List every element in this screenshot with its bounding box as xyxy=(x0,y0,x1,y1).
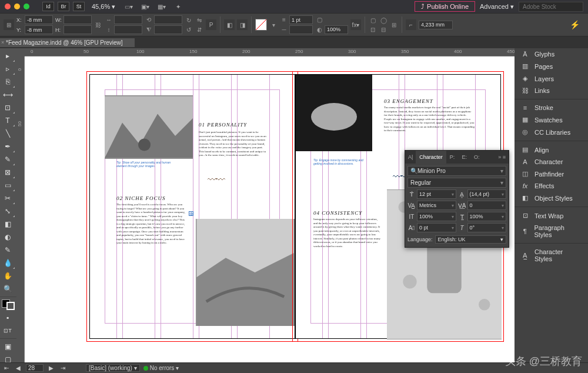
text-personality[interactable]: Don't just post beautiful pictures. If y… xyxy=(199,131,268,158)
pencil-tool[interactable]: ✎ xyxy=(0,153,15,166)
text-wrap-bounding-icon[interactable]: ⊡ xyxy=(369,25,377,34)
heading-consistency[interactable]: 04 CONSISTENCY xyxy=(313,210,362,216)
flip-h-icon[interactable]: ⇋ xyxy=(195,16,203,24)
text-wrap-column-icon[interactable]: ⊞ xyxy=(390,21,398,29)
panel-align[interactable]: ▤Align xyxy=(514,144,588,156)
panel-glyphs[interactable]: ÄGlyphs xyxy=(514,48,588,60)
close-window-button[interactable] xyxy=(5,4,11,9)
opacity-input[interactable] xyxy=(325,25,348,34)
x-input[interactable] xyxy=(25,15,53,24)
formatting-container-icon[interactable]: ⊡T xyxy=(0,324,15,337)
font-style-dropdown[interactable]: Regular▾ xyxy=(407,178,506,188)
close-tab-icon[interactable]: × xyxy=(1,39,4,45)
type-tool[interactable]: T xyxy=(0,114,15,127)
panel-character-styles[interactable]: A̲Character Styles xyxy=(514,246,588,265)
corner-radius-input[interactable] xyxy=(419,21,453,29)
page-left[interactable]: 01 PERSONALITY Don't just post beautiful… xyxy=(89,74,295,339)
tab-paragraph[interactable]: P: xyxy=(446,151,459,164)
fill-swatch[interactable] xyxy=(255,19,267,31)
prev-page-button[interactable]: ◀ xyxy=(14,365,22,371)
panel-links[interactable]: ⛓Links xyxy=(514,85,588,96)
drop-shadow-icon[interactable]: ▢ xyxy=(315,16,323,24)
tracking-input[interactable]: 0▾ xyxy=(467,201,507,210)
panel-pathfinder[interactable]: ◫Pathfinder xyxy=(514,168,588,180)
leading-input[interactable]: (14,4 pt)▾ xyxy=(467,189,507,199)
eyedropper-tool[interactable]: 💧 xyxy=(0,257,15,269)
line-tool[interactable]: ╲ xyxy=(0,127,15,140)
fill-dropdown-icon[interactable]: ▾ xyxy=(269,21,278,29)
skew-input[interactable]: 0°▾ xyxy=(467,223,507,232)
scissors-tool[interactable]: ✂ xyxy=(0,192,15,205)
flip-indicator-icon[interactable]: P xyxy=(206,19,216,30)
fill-stroke-swatch[interactable] xyxy=(2,299,15,310)
next-page-button[interactable]: ▶ xyxy=(47,365,55,371)
workspace-switcher[interactable]: Advanced ▾ xyxy=(480,3,514,11)
free-transform-tool[interactable]: ⤡ xyxy=(0,205,15,218)
selection-tool[interactable]: ▸ xyxy=(0,49,15,62)
page-tool[interactable]: ⎘ xyxy=(0,75,15,88)
text-wrap-shape-icon[interactable]: ◯ xyxy=(379,16,387,24)
text-engagement[interactable]: Too many social media marketers forget t… xyxy=(384,106,475,133)
panel-pages[interactable]: ▥Pages xyxy=(514,60,588,72)
screen-mode-icon[interactable]: ▣▾ xyxy=(139,1,152,12)
panel-cc-libraries[interactable]: ◎CC Libraries xyxy=(514,126,588,138)
heading-personality[interactable]: 01 PERSONALITY xyxy=(199,122,247,128)
panel-layers[interactable]: ◈Layers xyxy=(514,72,588,85)
tab-e[interactable]: E: xyxy=(458,151,470,164)
text-wrap-jump-icon[interactable]: ⊟ xyxy=(379,25,387,34)
select-container-icon[interactable]: ◧ xyxy=(224,19,235,30)
image-mountains[interactable] xyxy=(105,95,193,159)
object-style-dropdown[interactable]: [Basic] (working) ▾ xyxy=(86,364,140,372)
kerning-input[interactable]: Metrics▾ xyxy=(417,201,456,210)
scale-y-input[interactable] xyxy=(114,25,142,34)
maximize-window-button[interactable] xyxy=(24,4,29,9)
publish-online-button[interactable]: ⤴ Publish Online xyxy=(415,1,475,12)
text-consistency[interactable]: Instagram success depends on your follow… xyxy=(313,218,381,248)
arrange-icon[interactable]: ▦▾ xyxy=(155,1,168,12)
bridge-button[interactable]: Br xyxy=(58,2,69,11)
panel-swatches[interactable]: ▦Swatches xyxy=(514,114,588,126)
page-number-input[interactable] xyxy=(26,364,44,372)
rotate-cw-icon[interactable]: ↻ xyxy=(185,16,193,24)
reference-point-icon[interactable]: ⊞ xyxy=(4,19,14,30)
view-options-icon[interactable]: ▭▾ xyxy=(122,1,135,12)
baseline-input[interactable]: 0 pt▾ xyxy=(417,223,456,232)
corner-options-icon[interactable]: ⌐ xyxy=(406,19,416,30)
note-tool[interactable]: ✎ xyxy=(0,244,15,257)
minimize-window-button[interactable] xyxy=(14,4,20,9)
zoom-tool[interactable]: 🔍 xyxy=(0,282,15,295)
last-page-button[interactable]: ⇥ xyxy=(59,365,67,371)
hscale-input[interactable]: 100%▾ xyxy=(467,212,507,221)
gradient-swatch-tool[interactable]: ◧ xyxy=(0,218,15,231)
shear-input[interactable] xyxy=(154,25,182,34)
document-tab[interactable]: × *Feed Magazine.indd @ 46% [GPU Preview… xyxy=(0,38,135,47)
w-input[interactable] xyxy=(64,15,92,24)
character-panel[interactable]: A| Character P: E: O: » ≡ 🔍 Minion Pro▾ … xyxy=(405,150,509,248)
vertical-ruler[interactable]: 0 50 xyxy=(16,56,25,366)
tip-personality[interactable]: Tip: Show off your personality and human… xyxy=(116,161,181,168)
view-mode-normal[interactable]: ▣ xyxy=(0,340,15,353)
panel-effects[interactable]: fxEffects xyxy=(514,180,588,192)
y-input[interactable] xyxy=(25,25,53,34)
panel-more-icon[interactable]: » ≡ xyxy=(495,154,509,160)
horizontal-ruler[interactable]: 0 50 100 150 200 250 300 350 400 450 xyxy=(25,48,514,56)
direct-selection-tool[interactable]: ▹ xyxy=(0,62,15,75)
scale-x-input[interactable] xyxy=(114,15,142,24)
stroke-weight-input[interactable] xyxy=(289,15,313,24)
rectangle-tool[interactable]: ▭ xyxy=(0,179,15,192)
hand-tool[interactable]: ✋ xyxy=(0,269,15,282)
panel-paragraph-styles[interactable]: ¶Paragraph Styles xyxy=(514,222,588,241)
content-collector-tool[interactable]: ⊡ xyxy=(0,101,15,114)
quick-apply-icon[interactable]: ⚡ xyxy=(570,20,584,29)
font-family-dropdown[interactable]: 🔍 Minion Pro▾ xyxy=(407,166,506,176)
vscale-input[interactable]: 100%▾ xyxy=(417,212,456,221)
tab-opentype[interactable]: O: xyxy=(470,151,483,164)
panel-character[interactable]: ACharacter xyxy=(514,156,588,168)
tip-engagement[interactable]: Tip: Engage more by commenting and getti… xyxy=(313,158,369,165)
preflight-status[interactable]: No errors ▾ xyxy=(143,365,179,371)
panel-text-wrap[interactable]: ⊡Text Wrap xyxy=(514,209,588,222)
rectangle-frame-tool[interactable]: ⊠ xyxy=(0,166,15,179)
tab-character[interactable]: Character xyxy=(416,151,446,164)
stock-button[interactable]: St xyxy=(73,2,85,11)
select-content-icon[interactable]: ◨ xyxy=(237,19,248,30)
